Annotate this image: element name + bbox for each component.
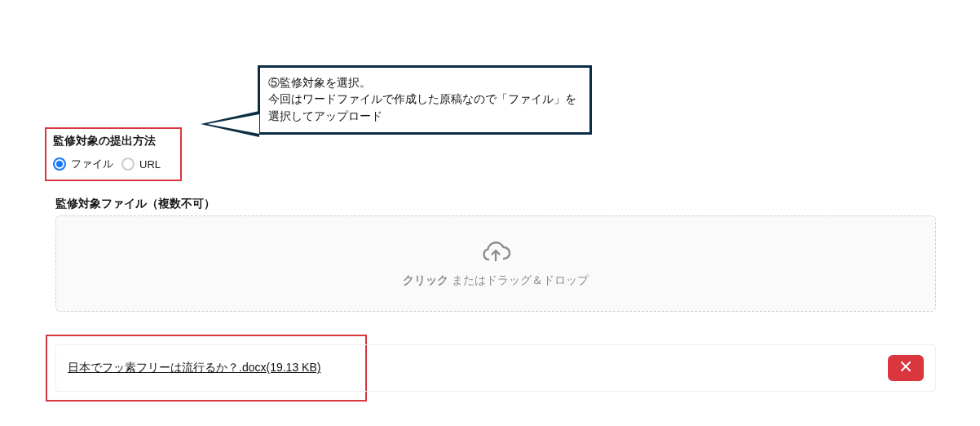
radio-row: ファイル URL xyxy=(53,157,161,171)
radio-url-label: URL xyxy=(139,158,161,171)
dropzone-text: クリック またはドラッグ＆ドロップ xyxy=(403,273,589,288)
close-icon xyxy=(900,361,912,375)
remove-file-button[interactable] xyxy=(888,355,924,381)
callout-line1: ⑤監修対象を選択。 xyxy=(268,74,581,91)
uploaded-file-row: 日本でフッ素フリーは流行るか？.docx(19.13 KB) xyxy=(55,344,936,392)
radio-icon-unselected xyxy=(121,158,135,171)
uploaded-file-link[interactable]: 日本でフッ素フリーは流行るか？.docx(19.13 KB) xyxy=(68,361,320,375)
uploaded-file-name: 日本でフッ素フリーは流行るか？.docx xyxy=(68,361,266,374)
radio-icon-selected xyxy=(53,158,66,171)
dropzone-rest-text: またはドラッグ＆ドロップ xyxy=(448,273,589,286)
radio-file-label: ファイル xyxy=(71,157,113,171)
file-section-label: 監修対象ファイル（複数不可） xyxy=(55,197,215,211)
dropzone-click-text: クリック xyxy=(403,273,448,286)
radio-option-url[interactable]: URL xyxy=(121,158,161,171)
callout-line2: 今回はワードファイルで作成した原稿なので「ファイル」を選択してアップロード xyxy=(268,91,581,124)
instruction-callout: ⑤監修対象を選択。 今回はワードファイルで作成した原稿なので「ファイル」を選択し… xyxy=(258,65,592,135)
uploaded-file-size: (19.13 KB) xyxy=(266,361,320,374)
cloud-upload-icon xyxy=(481,239,510,267)
file-dropzone[interactable]: クリック またはドラッグ＆ドロップ xyxy=(55,215,936,312)
submission-method-group: 監修対象の提出方法 ファイル URL xyxy=(45,127,182,181)
callout-tail-inner xyxy=(207,114,259,134)
radio-option-file[interactable]: ファイル xyxy=(53,157,113,171)
submission-method-label: 監修対象の提出方法 xyxy=(53,134,161,149)
